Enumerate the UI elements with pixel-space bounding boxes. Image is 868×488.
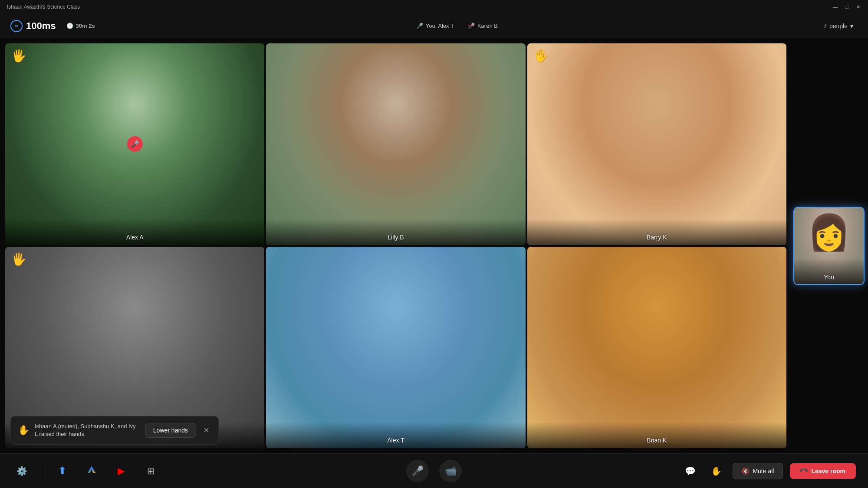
microphone-icon: 🎤 [412, 465, 424, 477]
speaker-you: 🎤 You, Alex T [416, 23, 454, 29]
mic-off-icon: 🎤 [131, 140, 139, 148]
mic-icon-karen: 🎤 [468, 23, 475, 29]
raise-hand-badge-alex-a: 🖐️ [11, 49, 26, 63]
tile-gradient-alex-a [5, 219, 264, 245]
tile-gradient-barry-k [527, 219, 786, 245]
minimize-button[interactable]: — [832, 4, 838, 10]
mute-badge-alex-a: 🎤 [127, 136, 143, 152]
hand-icon: ✋ [711, 466, 722, 476]
maximize-button[interactable]: □ [844, 4, 850, 10]
chat-button[interactable]: 💬 [681, 462, 700, 481]
video-tile-alex-a: 🖐️ 🎤 Alex A [5, 43, 264, 245]
grid-icon: ⊞ [147, 466, 155, 476]
toolbar-divider-1 [42, 463, 42, 479]
people-button[interactable]: 7 people ▾ [819, 21, 858, 31]
drive-button[interactable] [82, 462, 101, 481]
toast-notification: ✋ Ishaan A (muted), Sudhanshu K, and Ivy… [10, 416, 219, 445]
mute-all-button[interactable]: 🔇 Mute all [733, 463, 783, 479]
brian-k-video [527, 247, 786, 449]
timer-value: 30m 2s [76, 23, 95, 29]
speaker-karen-name: Karen B [477, 23, 498, 29]
camera-icon: 📹 [445, 465, 457, 477]
logo-text: 100ms [26, 20, 56, 32]
grid-button[interactable]: ⊞ [141, 462, 160, 481]
mute-all-label: Mute all [753, 468, 774, 475]
you-label: You [794, 274, 864, 281]
video-tile-barry-k: 🖐️ Barry K [527, 43, 786, 245]
logo-icon: ∞ [10, 20, 23, 32]
people-count: 7 [823, 23, 827, 29]
title-bar-controls: — □ ✕ [832, 4, 861, 10]
youtube-icon: ▶ [118, 465, 125, 477]
toolbar: ⚙️ ⬆ ▶ ⊞ 🎤 📹 [0, 453, 868, 488]
tile-name-brian-k: Brian K [527, 437, 786, 444]
logo-area: ∞ 100ms 🕐 30m 2s [10, 20, 95, 32]
tile-name-lilly-b: Lilly B [266, 234, 525, 241]
upload-icon: ⬆ [58, 465, 66, 477]
chat-icon: 💬 [685, 466, 696, 476]
leave-room-button[interactable]: 📞 Leave room [790, 463, 856, 479]
header-right: 7 people ▾ [819, 21, 858, 31]
people-label: people [829, 23, 848, 29]
tile-name-alex-a: Alex A [5, 234, 264, 241]
video-tile-alex-t: Alex T [266, 247, 525, 449]
video-tile-brian-k: Brian K [527, 247, 786, 449]
raise-hand-badge-barry-k: 🖐️ [533, 49, 549, 63]
clock-icon: 🕐 [66, 23, 73, 29]
hand-raise-icon: ✋ [18, 425, 30, 436]
header-center: 🎤 You, Alex T 🎤 Karen B [95, 23, 819, 29]
title-bar-left: Ishaan Awasthi's Science Class [7, 4, 80, 10]
upload-button[interactable]: ⬆ [53, 462, 72, 481]
toast-message: Ishaan A (muted), Sudhanshu K, and Ivy L… [35, 422, 140, 438]
speaker-karen: 🎤 Karen B [468, 23, 498, 29]
tile-name-alex-t: Alex T [266, 437, 525, 444]
sidebar: 👩 You [790, 38, 868, 453]
tile-gradient-alex-t [266, 422, 525, 448]
drive-icon [87, 465, 96, 477]
tile-gradient-brian-k [527, 422, 786, 448]
lilly-b-video [266, 43, 525, 245]
close-button[interactable]: ✕ [855, 4, 861, 10]
alex-t-video [266, 247, 525, 449]
window-title: Ishaan Awasthi's Science Class [7, 4, 80, 10]
microphone-button[interactable]: 🎤 [406, 460, 429, 482]
settings-icon: ⚙️ [16, 466, 27, 476]
timer: 🕐 30m 2s [66, 23, 95, 29]
tile-gradient-lilly-b [266, 219, 525, 245]
main-content: 🖐️ 🎤 Alex A Lilly B 🖐️ Barry K 🖐️ Ivy L [0, 38, 868, 453]
header: ∞ 100ms 🕐 30m 2s 🎤 You, Alex T 🎤 Karen B… [0, 14, 868, 38]
toolbar-left: ⚙️ ⬆ ▶ ⊞ [12, 462, 160, 481]
tile-name-barry-k: Barry K [527, 234, 786, 241]
video-tile-lilly-b: Lilly B [266, 43, 525, 245]
speaker-you-name: You, Alex T [426, 23, 454, 29]
camera-button[interactable]: 📹 [439, 460, 462, 482]
settings-button[interactable]: ⚙️ [12, 462, 31, 481]
title-bar: Ishaan Awasthi's Science Class — □ ✕ [0, 0, 868, 14]
toolbar-right: 💬 ✋ 🔇 Mute all 📞 Leave room [681, 462, 856, 481]
barry-k-video [527, 43, 786, 245]
lower-hands-button[interactable]: Lower hands [145, 423, 196, 438]
leave-label: Leave room [811, 468, 845, 475]
leave-icon: 📞 [799, 466, 809, 476]
mute-all-icon: 🔇 [742, 468, 749, 475]
you-tile: 👩 You [793, 207, 865, 285]
raise-hand-button[interactable]: ✋ [707, 462, 726, 481]
youtube-button[interactable]: ▶ [112, 462, 131, 481]
video-grid: 🖐️ 🎤 Alex A Lilly B 🖐️ Barry K 🖐️ Ivy L [0, 38, 790, 453]
mic-icon-you: 🎤 [416, 23, 423, 29]
toolbar-center: 🎤 📹 [406, 460, 462, 482]
chevron-down-icon: ▾ [850, 23, 853, 29]
you-emoji: 👩 [807, 212, 851, 253]
toast-close-button[interactable]: ✕ [201, 426, 211, 435]
raise-hand-badge-ivy-l: 🖐️ [11, 252, 26, 266]
